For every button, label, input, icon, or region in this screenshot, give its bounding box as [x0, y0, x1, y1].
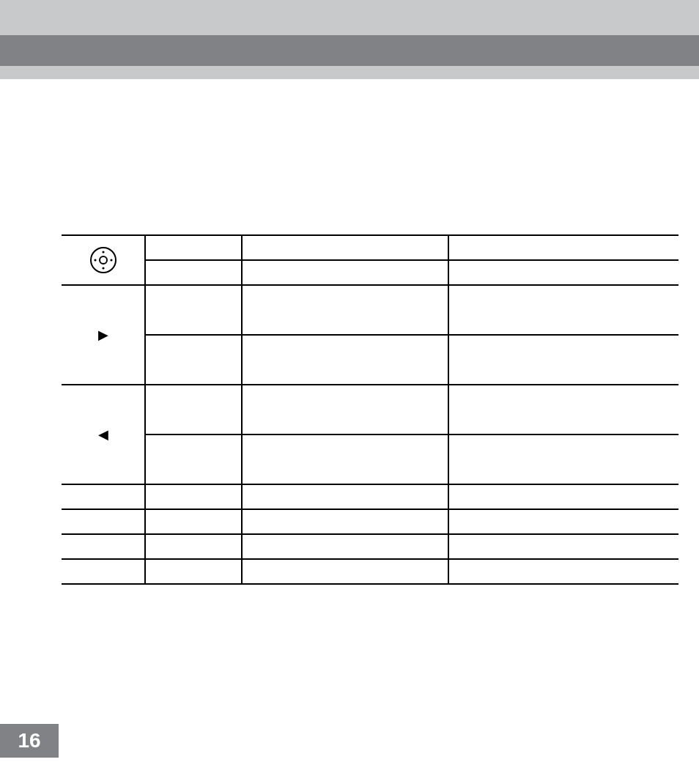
table-cell — [145, 335, 242, 385]
svg-point-5 — [110, 259, 112, 261]
table-cell — [145, 484, 242, 509]
table-cell — [145, 385, 242, 434]
table-cell — [242, 385, 448, 434]
table-row — [62, 335, 678, 385]
header-light-band — [0, 0, 699, 35]
table-cell — [62, 534, 145, 559]
table-cell — [448, 484, 678, 509]
table-cell — [145, 559, 242, 584]
table-cell — [242, 509, 448, 534]
icon-cell-left: ◀ — [62, 385, 145, 484]
table-row — [62, 534, 678, 559]
table-row — [62, 484, 678, 509]
table-cell — [242, 559, 448, 584]
table-cell — [145, 509, 242, 534]
table-cell — [448, 335, 678, 385]
triangle-left-icon: ◀ — [62, 385, 144, 484]
table-row — [62, 434, 678, 484]
table-cell — [448, 285, 678, 335]
table-cell — [242, 260, 448, 285]
table-cell — [145, 285, 242, 335]
table-cell — [145, 434, 242, 484]
icon-cell-dial — [62, 235, 145, 285]
table-cell — [62, 559, 145, 584]
triangle-right-icon: ▶ — [62, 286, 144, 384]
table-row: ◀ — [62, 385, 678, 434]
table-cell — [242, 335, 448, 385]
icon-cell-right: ▶ — [62, 285, 145, 385]
table-cell — [448, 385, 678, 434]
table-row — [62, 509, 678, 534]
table-cell — [448, 235, 678, 260]
content-table: ▶ ◀ — [62, 234, 678, 585]
table-cell — [242, 434, 448, 484]
table-cell — [242, 235, 448, 260]
table-cell — [448, 260, 678, 285]
table-cell — [242, 534, 448, 559]
table-cell — [62, 509, 145, 534]
dial-icon — [62, 236, 144, 284]
svg-point-3 — [102, 267, 104, 269]
header-light-band-2 — [0, 66, 699, 79]
table-cell — [448, 434, 678, 484]
table-row: ▶ — [62, 285, 678, 335]
table-row — [62, 260, 678, 285]
table-cell — [448, 509, 678, 534]
table-cell — [242, 285, 448, 335]
page-number: 16 — [18, 729, 40, 752]
table-cell — [145, 260, 242, 285]
table-row — [62, 235, 678, 260]
table-cell — [145, 235, 242, 260]
table-cell — [242, 484, 448, 509]
header-dark-band — [0, 35, 699, 66]
table-cell — [145, 534, 242, 559]
table-cell — [448, 534, 678, 559]
table-row — [62, 559, 678, 584]
page-number-tab: 16 — [0, 724, 59, 758]
content-table-wrapper: ▶ ◀ — [62, 234, 678, 585]
table-cell — [62, 484, 145, 509]
table-cell — [448, 559, 678, 584]
svg-point-1 — [100, 256, 107, 264]
svg-point-2 — [102, 251, 104, 253]
svg-point-4 — [94, 259, 96, 261]
